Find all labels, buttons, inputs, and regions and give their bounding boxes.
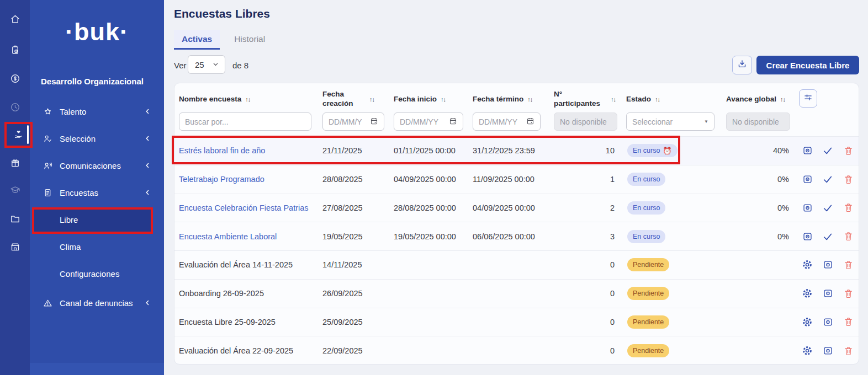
rail-item-storefront[interactable] xyxy=(0,237,30,259)
survey-name-link[interactable]: Encuesta Ambiente Laboral xyxy=(179,232,277,241)
chevron-left-icon[interactable] xyxy=(144,299,151,306)
survey-name[interactable]: Encuesta Ambiente Laboral xyxy=(179,222,277,250)
warning-icon xyxy=(41,298,54,308)
status-badge: Pendiente xyxy=(627,287,669,300)
create-survey-button[interactable]: Crear Encuesta Libre xyxy=(756,56,859,74)
sidebar-item-clima[interactable]: Clima xyxy=(30,239,164,254)
hand-heart-icon xyxy=(13,128,24,141)
date-input[interactable]: DD/MM/Y xyxy=(322,113,384,131)
tab-activas[interactable]: Activas xyxy=(174,30,220,49)
view-survey-icon[interactable] xyxy=(802,231,813,242)
rail-item-gift[interactable] xyxy=(0,153,30,175)
filter-fecha-inicio[interactable]: DD/MM/YY xyxy=(394,113,463,131)
table-row: Encuesta Celebración Fiesta Patrias27/08… xyxy=(174,194,859,223)
table-row: Estrés laboral fin de año21/11/202501/11… xyxy=(174,137,859,165)
sidebar-item-selecci-n[interactable]: Selección xyxy=(30,131,164,146)
delete-trash-icon[interactable] xyxy=(843,259,854,270)
sort-icon[interactable]: ↑↓ xyxy=(655,96,660,103)
approve-check-icon[interactable] xyxy=(822,202,833,213)
column-header-estado[interactable]: Estado↑↓ xyxy=(626,88,660,111)
sidebar-item-libre[interactable]: Libre xyxy=(30,212,164,227)
column-header-fecha-creaci-n[interactable]: Fecha creación↑↓ xyxy=(322,88,374,111)
rail-item-clipboard-clock[interactable] xyxy=(0,40,30,62)
calendar-icon[interactable] xyxy=(370,117,378,127)
view-survey-icon[interactable] xyxy=(822,345,833,356)
sidebar: ·buk· Desarrollo Organizacional TalentoS… xyxy=(30,0,164,375)
estado-select[interactable]: Seleccionar▼ xyxy=(626,113,714,131)
settings-gear-icon[interactable] xyxy=(802,317,813,328)
approve-check-icon[interactable] xyxy=(822,231,833,242)
column-header-n-participantes[interactable]: N° participantes↑↓ xyxy=(554,88,616,111)
chevron-left-icon[interactable] xyxy=(144,162,151,169)
settings-gear-icon[interactable] xyxy=(802,259,813,270)
chevron-left-icon[interactable] xyxy=(144,108,151,115)
delete-trash-icon[interactable] xyxy=(843,317,854,328)
column-settings-button[interactable] xyxy=(799,89,817,108)
filter-nombre-encuesta[interactable]: Buscar por... xyxy=(179,113,311,131)
filter-estado[interactable]: Seleccionar▼ xyxy=(626,113,714,131)
calendar-icon[interactable] xyxy=(449,117,457,127)
rail-item-home[interactable] xyxy=(0,9,30,31)
delete-trash-icon[interactable] xyxy=(843,345,854,356)
delete-trash-icon[interactable] xyxy=(843,145,854,156)
view-survey-icon[interactable] xyxy=(802,145,813,156)
sort-icon[interactable]: ↑↓ xyxy=(780,96,785,103)
view-survey-icon[interactable] xyxy=(822,288,833,299)
sidebar-item-canal-de-denuncias[interactable]: Canal de denuncias xyxy=(30,295,164,310)
date-input[interactable]: DD/MM/YY xyxy=(473,113,541,131)
approve-check-icon[interactable] xyxy=(822,174,833,185)
settings-gear-icon[interactable] xyxy=(802,345,813,356)
delete-trash-icon[interactable] xyxy=(843,231,854,242)
approve-check-icon[interactable] xyxy=(822,145,833,156)
survey-name-link[interactable]: Estrés laboral fin de año xyxy=(179,146,265,155)
view-survey-icon[interactable] xyxy=(802,202,813,213)
date-input[interactable]: DD/MM/YY xyxy=(394,113,463,131)
chevron-left-icon[interactable] xyxy=(144,135,151,142)
sidebar-item-label: Libre xyxy=(60,215,78,224)
survey-name[interactable]: Encuesta Celebración Fiesta Patrias xyxy=(179,194,309,222)
rail-item-folder[interactable] xyxy=(0,208,30,231)
table-row: Encuesta Ambiente Laboral19/05/202519/05… xyxy=(174,222,859,251)
filter-fecha-creaci-n[interactable]: DD/MM/Y xyxy=(322,113,384,131)
view-survey-icon[interactable] xyxy=(822,259,833,270)
download-button[interactable] xyxy=(732,56,752,74)
dollar-circle-icon xyxy=(10,73,20,86)
pagesize-select[interactable]: 25 xyxy=(188,55,225,74)
sort-icon[interactable]: ↑↓ xyxy=(369,96,374,103)
rail-item-dollar-circle[interactable] xyxy=(0,68,30,90)
sort-icon[interactable]: ↑↓ xyxy=(245,96,250,103)
survey-name[interactable]: Teletrabajo Programado xyxy=(179,165,264,194)
delete-trash-icon[interactable] xyxy=(843,174,854,185)
view-survey-icon[interactable] xyxy=(822,317,833,328)
home-icon xyxy=(10,14,20,26)
tab-historial[interactable]: Historial xyxy=(226,30,273,49)
column-header-avance-global[interactable]: Avance global↑↓ xyxy=(726,88,785,111)
rail-item-clock[interactable] xyxy=(0,97,30,119)
settings-gear-icon[interactable] xyxy=(802,288,813,299)
delete-trash-icon[interactable] xyxy=(843,288,854,299)
sort-icon[interactable]: ↑↓ xyxy=(527,96,532,103)
creation-date: 27/08/2025 xyxy=(322,194,363,222)
rail-item-hand-heart[interactable] xyxy=(7,124,30,146)
sidebar-item-encuestas[interactable]: Encuestas xyxy=(30,185,164,200)
delete-trash-icon[interactable] xyxy=(843,202,854,213)
row-actions xyxy=(802,336,854,365)
sidebar-item-comunicaciones[interactable]: Comunicaciones xyxy=(30,158,164,173)
sidebar-item-configuraciones[interactable]: Configuraciones xyxy=(30,266,164,281)
sort-icon[interactable]: ↑↓ xyxy=(441,96,446,103)
calendar-icon[interactable] xyxy=(526,117,534,127)
view-survey-icon[interactable] xyxy=(802,174,813,185)
survey-name-link[interactable]: Encuesta Celebración Fiesta Patrias xyxy=(179,203,309,212)
column-header-fecha-inicio[interactable]: Fecha inicio↑↓ xyxy=(394,88,446,111)
column-header-fecha-t-rmino[interactable]: Fecha término↑↓ xyxy=(473,88,532,111)
column-header-nombre-encuesta[interactable]: Nombre encuesta↑↓ xyxy=(179,88,250,111)
search-input[interactable]: Buscar por... xyxy=(179,113,311,131)
rail-item-graduation-cap[interactable] xyxy=(0,180,30,202)
filter-fecha-t-rmino[interactable]: DD/MM/YY xyxy=(473,113,541,131)
survey-name-link[interactable]: Teletrabajo Programado xyxy=(179,175,264,184)
chevron-left-icon[interactable] xyxy=(144,189,151,196)
sort-icon[interactable]: ↑↓ xyxy=(611,96,616,103)
survey-name[interactable]: Estrés laboral fin de año xyxy=(179,137,265,165)
survey-name-text: Evaluación del Área 14-11-2025 xyxy=(179,260,293,269)
sidebar-item-talento[interactable]: Talento xyxy=(30,104,164,119)
